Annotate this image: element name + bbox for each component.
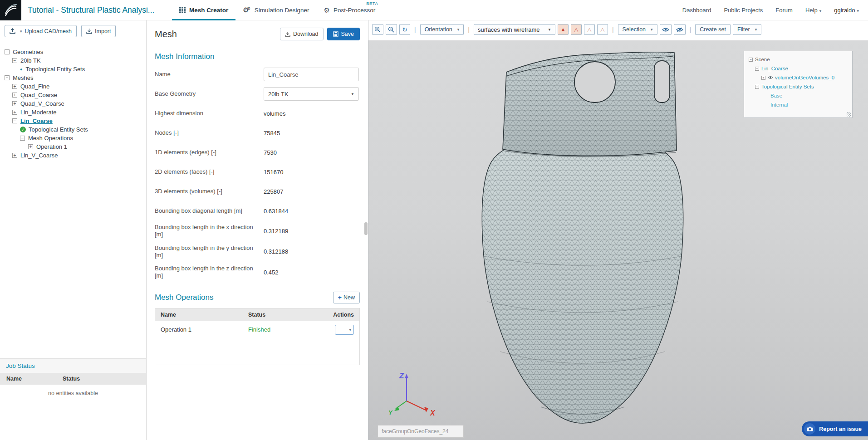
render-mode-select[interactable]: surfaces with wireframe ▼ xyxy=(474,24,555,35)
tree-item-lin-moderate[interactable]: +Lin_Moderate xyxy=(0,108,146,117)
zoom-in-button[interactable] xyxy=(372,24,383,35)
collapse-icon[interactable]: − xyxy=(20,136,25,141)
tab-simulation-designer[interactable]: ⚙⚙ Simulation Designer xyxy=(235,0,316,20)
tree-item-lin-coarse[interactable]: −Lin_Coarse xyxy=(0,117,146,125)
check-icon: ✓ xyxy=(20,127,26,132)
zoom-out-button[interactable] xyxy=(386,24,397,35)
mesh-quality-toggle-2[interactable]: △ xyxy=(571,24,582,35)
upload-cad-button[interactable]: ▾ Upload CAD/mesh xyxy=(5,25,77,37)
job-status-title: Job Status xyxy=(0,358,146,373)
mesh-quality-toggle-1[interactable]: ▲ xyxy=(558,24,569,35)
panel-scrollbar[interactable] xyxy=(364,222,368,235)
report-issue-button[interactable]: Report an issue xyxy=(802,421,868,436)
left-sidebar: ▾ Upload CAD/mesh Import −Geometries −20… xyxy=(0,20,147,440)
collapse-icon[interactable]: − xyxy=(749,58,753,62)
mesh-detail-panel: Mesh Download Save xyxy=(147,20,368,440)
hide-button[interactable] xyxy=(674,24,686,35)
eye-icon[interactable] xyxy=(768,76,773,79)
expand-icon[interactable]: + xyxy=(761,76,765,80)
tree-item-operation-1[interactable]: +Operation 1 xyxy=(0,142,146,151)
selection-dropdown[interactable]: Selection ▾ xyxy=(618,24,657,35)
tree-item-quad-v-coarse[interactable]: +Quad_V_Coarse xyxy=(0,99,146,108)
resize-handle[interactable] xyxy=(847,112,851,117)
app-logo[interactable] xyxy=(0,0,21,20)
scene-item-lin-coarse[interactable]: −Lin_Coarse xyxy=(747,64,849,73)
create-set-button[interactable]: Create set xyxy=(695,24,731,35)
operation-name: Operation 1 xyxy=(161,326,248,333)
orientation-dropdown[interactable]: Orientation ▾ xyxy=(420,24,464,35)
field-bbox-y: Bounding box length in the y direction [… xyxy=(147,244,368,259)
name-input[interactable] xyxy=(264,68,359,81)
zoom-in-icon xyxy=(374,26,381,33)
user-menu[interactable]: ggiraldo▾ xyxy=(834,7,859,14)
import-icon xyxy=(86,28,92,34)
mesh-quality-toggle-4[interactable]: △ xyxy=(597,24,608,35)
collapse-icon[interactable]: − xyxy=(12,118,17,123)
expand-icon[interactable]: + xyxy=(12,153,17,158)
expand-icon[interactable]: + xyxy=(12,110,17,115)
field-bbox-x: Bounding box length in the x direction [… xyxy=(147,224,368,239)
tree-item-20lb-tk[interactable]: −20lb TK xyxy=(0,56,146,65)
operations-table: Name Status Actions Operation 1 Finished… xyxy=(155,308,360,365)
expand-icon[interactable]: + xyxy=(12,84,17,89)
scene-item-internal[interactable]: Internal xyxy=(747,100,849,109)
scene-item-scene[interactable]: −Scene xyxy=(747,55,849,64)
viewport-canvas[interactable]: −Scene −Lin_Coarse + volumeOnGeoVolumes_… xyxy=(368,40,868,440)
expand-icon[interactable]: + xyxy=(28,144,33,149)
expand-icon[interactable]: + xyxy=(12,93,17,98)
collapse-icon[interactable]: − xyxy=(5,49,10,54)
field-2d-elements: 2D elements (faces) [-]151670 xyxy=(147,165,368,179)
field-nodes: Nodes [-]75845 xyxy=(147,126,368,140)
face-group-input[interactable] xyxy=(378,425,464,438)
toolbar-separator: | xyxy=(414,26,416,33)
triangle-outline-icon: △ xyxy=(600,26,604,33)
save-button[interactable]: Save xyxy=(327,28,360,40)
scene-item-volume[interactable]: + volumeOnGeoVolumes_0 xyxy=(747,73,849,82)
viewport-toolbar: ↻ | Orientation ▾ | surfaces with wirefr… xyxy=(372,23,761,36)
collapse-icon[interactable]: − xyxy=(12,58,17,63)
operation-actions-dropdown[interactable]: ▾ xyxy=(335,325,354,335)
tree-item-topological-entity-sets[interactable]: ●Topological Entity Sets xyxy=(0,65,146,73)
camera-icon xyxy=(804,423,815,435)
download-button[interactable]: Download xyxy=(280,28,324,40)
tree-item-geometries[interactable]: −Geometries xyxy=(0,48,146,56)
nav-dashboard[interactable]: Dashboard xyxy=(682,7,711,14)
collapse-icon[interactable]: − xyxy=(755,67,759,71)
sidebar-actions: ▾ Upload CAD/mesh Import xyxy=(0,20,146,42)
top-header: Tutorial - Structural Plastic Analysi...… xyxy=(0,0,868,20)
reset-view-button[interactable]: ↻ xyxy=(399,24,410,35)
tree-item-meshes[interactable]: −Meshes xyxy=(0,73,146,82)
job-status-col-status: Status xyxy=(63,376,140,382)
nav-forum[interactable]: Forum xyxy=(775,7,793,14)
collapse-icon[interactable]: − xyxy=(5,75,10,80)
new-operation-button[interactable]: + New xyxy=(333,292,360,303)
tab-post-processor[interactable]: BETA ⚙ Post-Processor xyxy=(317,0,383,20)
nav-public-projects[interactable]: Public Projects xyxy=(724,7,763,14)
eye-slash-icon xyxy=(676,27,683,32)
status-badge: Finished xyxy=(248,326,322,333)
base-geometry-select[interactable]: 20lb TK ▼ xyxy=(264,87,359,101)
collapse-icon[interactable]: − xyxy=(755,85,759,89)
axis-triad: Z X Y xyxy=(379,369,443,424)
tree-item-lin-v-coarse[interactable]: +Lin_V_Coarse xyxy=(0,151,146,160)
grid-icon xyxy=(179,7,186,13)
triangle-outline-icon: △ xyxy=(587,26,591,33)
scene-item-base[interactable]: Base xyxy=(747,91,849,100)
tree-item-quad-coarse[interactable]: +Quad_Coarse xyxy=(0,91,146,99)
tab-mesh-creator[interactable]: Mesh Creator xyxy=(172,0,235,20)
tree-item-quad-fine[interactable]: +Quad_Fine xyxy=(0,82,146,91)
mesh-quality-toggle-3[interactable]: △ xyxy=(584,24,595,35)
import-button[interactable]: Import xyxy=(81,25,116,37)
tree-item-mesh-operations[interactable]: −Mesh Operations xyxy=(0,134,146,142)
bullet-icon: ● xyxy=(20,67,22,72)
viewport: ↻ | Orientation ▾ | surfaces with wirefr… xyxy=(368,20,868,440)
show-button[interactable] xyxy=(660,24,672,35)
field-1d-elements: 1D elements (edges) [-]7530 xyxy=(147,146,368,159)
filter-dropdown[interactable]: Filter ▾ xyxy=(733,24,761,35)
tree-item-topological-entity-sets-2[interactable]: ✓Topological Entity Sets xyxy=(0,125,146,134)
table-row[interactable]: Operation 1 Finished ▾ xyxy=(155,321,359,338)
help-menu[interactable]: Help▾ xyxy=(805,7,821,14)
operations-table-header: Name Status Actions xyxy=(155,308,359,321)
expand-icon[interactable]: + xyxy=(12,101,17,106)
scene-item-topological-entity-sets[interactable]: −Topological Entity Sets xyxy=(747,82,849,91)
